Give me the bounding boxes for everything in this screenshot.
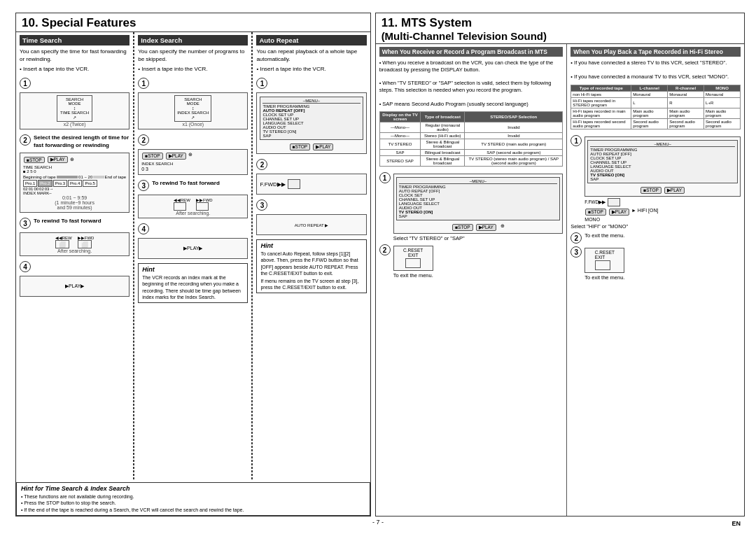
time-search-step1-bullet: • Insert a tape into the VCR. [20,66,130,73]
index-search-diagram2: ■STOP ▶PLAY ⊕ INDEX SEARCH 0 3 [138,149,248,175]
mts-columns: When You Receive or Record a Program Bro… [376,44,744,516]
table-row: —Mono— Regular (monaural audio) Invalid [379,122,563,133]
index-search-diagram4: ▶PLAY▶ [138,238,248,259]
mts-subtitle: (Multi-Channel Television Sound) [382,30,738,42]
hint-for-section: Hint for Time Search & Index Search • Th… [16,482,370,516]
time-search-step2-text: Select the desired length of time for fa… [34,134,130,149]
table-row: TV STEREO Stereo & Bilingual broadcast T… [379,139,563,150]
page-number: - 7 - [372,519,384,526]
time-search-intro: You can specify the time for fast forwar… [20,48,130,64]
index-search-column: Index Search You can specify the number … [134,32,252,479]
mts-right-step1-text: Select "HIFI" or "MONO" [570,223,741,230]
mts-right-step3-diagram: C.RESET EXIT [584,248,624,273]
time-search-column: Time Search You can specify the time for… [16,32,134,479]
table-row: —Mono— Stereo (Hi-Fi audio) Invalid [379,133,563,139]
time-search-step2: 2 Select the desired length of time for … [20,134,130,149]
table-row: SAP Bilingual broadcast SAP (second audi… [379,150,563,156]
mts-right-header: When You Play Back a Tape Recorded in Hi… [570,47,741,57]
time-search-step2-time: 0:01 ~ 9:59 (1 minute~9 hours and 59 min… [55,195,94,210]
auto-repeat-hint: Hint To cancel Auto Repeat, follow steps… [256,239,366,293]
index-search-diagram1: SEARCHMODE ↕ INDEX SEARCH↗ x1 (Once) [138,92,248,129]
auto-repeat-diagram3: AUTO REPEAT ▶ [256,214,366,235]
mts-step2-text: To exit the menu. [393,272,433,279]
special-features-title: 10. Special Features [16,13,370,32]
auto-repeat-column: Auto Repeat You can repeat playback of a… [252,32,370,479]
table-row: Hi-Fi tapes recorded in main audio progr… [571,108,741,119]
time-search-step1: 1 [20,78,130,89]
index-search-step1-bullet: • Insert a tape into the VCR. [138,66,248,73]
table-row: Hi-Fi tapes recorded second audio progra… [571,119,741,129]
table-row: Hi-Fi tapes recorded in STEREO program L… [571,98,741,108]
columns-row: Time Search You can specify the time for… [16,32,370,479]
auto-repeat-diagram2: F.FWD▶▶ [256,174,366,195]
table-row: STEREO SAP Stereo & Bilingual broadcast … [379,156,563,167]
time-search-diagram4: ▶PLAY▶ [20,276,130,297]
index-search-diagram3: ◀◀REW ▶▶FWD After searching. [138,195,248,218]
auto-repeat-step3: 3 [256,199,366,211]
time-search-diagram1: SEARCHMODE ↕ TIME SEARCH↗ x2 (Twice) [20,92,130,129]
mts-right-step3-text: To exit the menu. [584,274,624,281]
time-search-step3: 3 To rewind To fast forward [20,218,130,229]
mts-right-step2-text: To exit the menu. [584,232,624,239]
auto-repeat-hint-text2: If menu remains on the TV screen at step… [260,278,362,290]
index-search-hint-text: The VCR records an index mark at the beg… [142,274,244,300]
en-label: EN [732,520,741,527]
hint-for-title: Hint for Time Search & Index Search [21,485,365,492]
time-search-diagram2: ■STOP ▶PLAY ⊕ TIME SEARCH ■ 2 5 0 Beginn… [20,153,130,213]
index-search-step3: 3 To rewind To fast forward [138,180,248,191]
page: 10. Special Features Time Search You can… [0,0,756,534]
mts-step1-diagram: –MENU– TIMER PROGRAMMING AUTO REPEAT [OF… [393,174,564,234]
index-search-step4: 4 [138,223,248,234]
mts-right-step1-diagram: –MENU– TIMER PROGRAMMING AUTO REPEAT [OF… [584,136,741,197]
auto-repeat-intro: You can repeat playback of a whole tape … [256,48,366,64]
mts-right-bullets: • If you have connected a stereo TV to t… [570,59,741,80]
auto-repeat-step2: 2 [256,159,366,170]
auto-repeat-step1: 1 [256,78,366,89]
time-search-step4: 4 [20,261,130,272]
bottom-bar: - 7 - [15,517,741,526]
index-search-step2: 2 [138,134,248,146]
mts-step2-diagram-left: C.RESET EXIT [393,246,433,271]
auto-repeat-menu1: –MENU– TIMER PROGRAMMING AUTO REPEAT [OF… [260,97,363,140]
special-features-section: 10. Special Features Time Search You can… [15,13,371,517]
mts-left-bullets: • When you receive a broadcast on the VC… [379,59,564,107]
main-content: 10. Special Features Time Search You can… [15,13,741,517]
index-search-step1-label: x1 (Once) [182,122,204,127]
hint-for-bullets: • These functions are not available duri… [21,493,365,513]
mts-broadcast-table: Display on the TV screen Type of broadca… [379,111,564,167]
mts-right-col: When You Play Back a Tape Recorded in Hi… [567,44,744,516]
time-search-header: Time Search [20,35,130,45]
index-search-hint: Hint The VCR records an index mark at th… [138,263,248,302]
mts-left-header: When You Receive or Record a Program Bro… [379,47,564,57]
mts-section: 11. MTS System (Multi-Channel Television… [375,13,745,517]
mts-title: 11. MTS System [382,16,738,30]
index-search-step1: 1 [138,78,248,89]
index-search-intro: You can specify the number of programs t… [138,48,248,64]
table-row: non Hi-Fi tapes Monaural Monaural Monaur… [571,92,741,98]
mts-step1-text: Select "TV STEREO" or "SAP" [393,235,564,241]
auto-repeat-header: Auto Repeat [256,35,366,45]
time-search-step1-label: x2 (Twice) [64,122,86,127]
mts-selection-table: Type of recorded tape L-channel R-channe… [570,85,741,129]
auto-repeat-hint-text1: To cancel Auto Repeat, follow steps [1][… [260,251,362,276]
time-search-diagram3: ◀◀REW ⬜ ▶▶FWD ⬜ After searching. [20,232,130,256]
index-search-header: Index Search [138,35,248,45]
mts-left-col: When You Receive or Record a Program Bro… [376,44,568,516]
auto-repeat-diagram1: –MENU– TIMER PROGRAMMING AUTO REPEAT [OF… [256,92,366,154]
